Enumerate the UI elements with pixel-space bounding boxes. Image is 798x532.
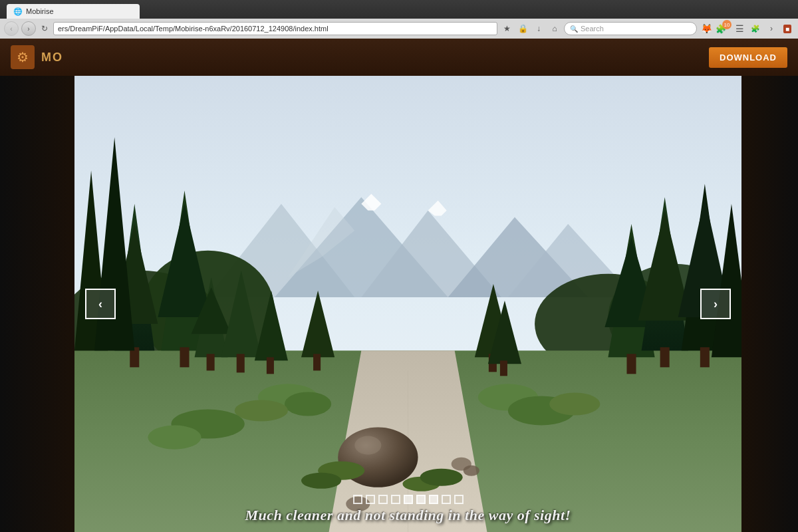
download-button[interactable]: DOWNLOAD bbox=[709, 47, 787, 68]
dot-9[interactable] bbox=[454, 495, 464, 504]
svg-rect-28 bbox=[267, 357, 274, 374]
home-button[interactable]: ⌂ bbox=[548, 22, 561, 35]
svg-point-49 bbox=[235, 400, 288, 421]
download-icon: ↓ bbox=[537, 24, 541, 33]
tab-favicon: 🌐 bbox=[13, 7, 23, 16]
star-icon: ★ bbox=[503, 24, 511, 33]
slider-next-button[interactable]: › bbox=[700, 289, 731, 319]
home-icon: ⌂ bbox=[552, 24, 557, 33]
app-area: ⚙ MO DOWNLOAD bbox=[0, 39, 798, 532]
side-panel-right bbox=[741, 39, 798, 532]
search-bar[interactable]: 🔍 Search bbox=[564, 22, 697, 35]
toolbar-end-icon: ■ bbox=[783, 25, 791, 33]
dot-5[interactable] bbox=[404, 495, 413, 504]
dot-4[interactable] bbox=[391, 495, 400, 504]
dot-6[interactable] bbox=[416, 495, 426, 504]
extensions-button[interactable]: 🧩 bbox=[749, 22, 762, 35]
slider-caption: Much cleaner and not standing in the way… bbox=[74, 504, 741, 527]
dot-2[interactable] bbox=[366, 495, 375, 504]
app-header: ⚙ MO DOWNLOAD bbox=[0, 39, 798, 76]
slider-container: ‹ › Much cleaner and not standing in the… bbox=[74, 76, 741, 532]
lock-icon: 🔒 bbox=[518, 24, 528, 33]
menu-button[interactable]: ☰ bbox=[733, 22, 746, 35]
caption-text: Much cleaner and not standing in the way… bbox=[245, 507, 571, 523]
refresh-button[interactable]: ↻ bbox=[39, 23, 51, 35]
side-panel-left bbox=[0, 39, 74, 532]
svg-point-54 bbox=[549, 392, 600, 415]
svg-rect-26 bbox=[237, 354, 245, 372]
bookmark-star-button[interactable]: ★ bbox=[500, 22, 513, 35]
forward-button[interactable]: › bbox=[21, 21, 36, 36]
svg-rect-39 bbox=[700, 347, 710, 367]
url-bar[interactable]: ers/DreamPiF/AppData/Local/Temp/Mobirise… bbox=[53, 22, 497, 35]
dot-8[interactable] bbox=[442, 495, 451, 504]
dot-3[interactable] bbox=[378, 495, 388, 504]
gear-icon: ⚙ bbox=[17, 49, 29, 65]
dot-7[interactable] bbox=[429, 495, 438, 504]
svg-point-56 bbox=[354, 436, 381, 455]
active-tab[interactable]: 🌐 Mobirise bbox=[7, 4, 140, 19]
svg-rect-24 bbox=[207, 354, 215, 370]
svg-rect-33 bbox=[626, 354, 636, 374]
extensions-icon: 🧩 bbox=[751, 25, 760, 33]
search-placeholder: Search bbox=[581, 25, 604, 33]
browser-chrome: 🌐 Mobirise ‹ › ↻ ers/DreamPiF/AppData/Lo… bbox=[0, 0, 798, 39]
svg-point-48 bbox=[285, 392, 331, 416]
slider-image bbox=[74, 76, 741, 532]
dot-1[interactable] bbox=[353, 495, 362, 504]
toolbar-end-button[interactable]: ■ bbox=[781, 22, 794, 35]
firefox-icon: 🦊 bbox=[701, 23, 712, 34]
extra-chevron-icon: › bbox=[770, 24, 773, 33]
svg-rect-46 bbox=[500, 360, 507, 376]
svg-point-60 bbox=[420, 469, 463, 486]
extra-menu-button[interactable]: › bbox=[765, 22, 778, 35]
prev-arrow-icon: ‹ bbox=[98, 297, 102, 311]
app-header-right: DOWNLOAD bbox=[709, 47, 787, 68]
lock-button[interactable]: 🔒 bbox=[516, 22, 529, 35]
menu-icon: ☰ bbox=[735, 23, 744, 34]
next-arrow-icon: › bbox=[714, 297, 718, 311]
notifications-button[interactable]: 🧩 10 bbox=[716, 24, 730, 34]
url-text: ers/DreamPiF/AppData/Local/Temp/Mobirise… bbox=[58, 25, 329, 33]
app-logo-text: MO bbox=[41, 51, 63, 65]
svg-point-51 bbox=[148, 426, 201, 450]
download-button[interactable]: ↓ bbox=[532, 22, 545, 35]
tab-title: Mobirise bbox=[26, 7, 54, 15]
svg-rect-36 bbox=[660, 347, 670, 367]
svg-rect-21 bbox=[180, 347, 189, 367]
notifications-badge: 10 bbox=[722, 20, 732, 29]
svg-point-58 bbox=[301, 473, 341, 489]
firefox-icon-button[interactable]: 🦊 bbox=[700, 22, 713, 35]
app-logo-icon: ⚙ bbox=[11, 45, 35, 69]
slider-prev-button[interactable]: ‹ bbox=[85, 289, 116, 319]
svg-rect-42 bbox=[313, 354, 321, 370]
browser-tabs: 🌐 Mobirise bbox=[0, 0, 798, 19]
search-icon: 🔍 bbox=[570, 25, 578, 33]
back-button[interactable]: ‹ bbox=[4, 21, 19, 36]
browser-toolbar: ‹ › ↻ ers/DreamPiF/AppData/Local/Temp/Mo… bbox=[0, 19, 798, 39]
svg-point-62 bbox=[464, 466, 479, 476]
slider-dots bbox=[353, 495, 464, 504]
